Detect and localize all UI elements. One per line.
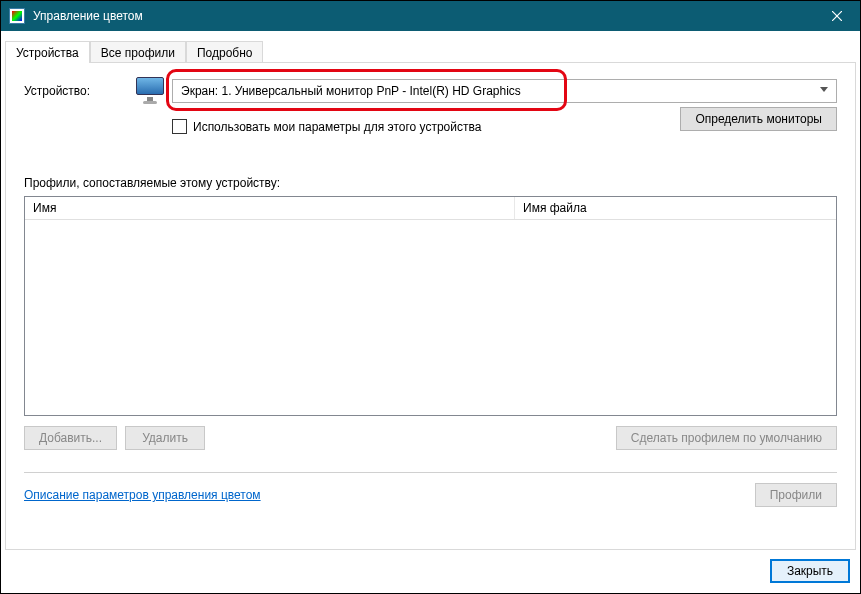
profiles-table-body <box>25 220 836 415</box>
window-title: Управление цветом <box>33 9 814 23</box>
divider <box>24 472 837 473</box>
use-my-settings-label: Использовать мои параметры для этого уст… <box>193 120 481 134</box>
column-filename[interactable]: Имя файла <box>515 197 836 219</box>
profiles-table[interactable]: Имя Имя файла <box>24 196 837 416</box>
tab-panel-devices: Устройство: Экран: 1. Универсальный мони… <box>5 62 856 550</box>
device-label: Устройство: <box>24 84 134 98</box>
device-dropdown[interactable]: Экран: 1. Универсальный монитор PnP - In… <box>172 79 837 103</box>
tab-advanced[interactable]: Подробно <box>186 41 264 63</box>
device-dropdown-wrap: Экран: 1. Универсальный монитор PnP - In… <box>172 79 837 103</box>
device-row: Устройство: Экран: 1. Универсальный мони… <box>24 77 837 105</box>
footer-row: Описание параметров управления цветом Пр… <box>24 483 837 507</box>
column-name[interactable]: Имя <box>25 197 515 219</box>
monitor-icon <box>134 77 166 105</box>
tab-all-profiles[interactable]: Все профили <box>90 41 186 63</box>
titlebar: Управление цветом <box>1 1 860 31</box>
profiles-table-header: Имя Имя файла <box>25 197 836 220</box>
device-dropdown-text: Экран: 1. Универсальный монитор PnP - In… <box>181 84 521 98</box>
set-default-profile-button[interactable]: Сделать профилем по умолчанию <box>616 426 837 450</box>
close-button[interactable] <box>814 1 860 31</box>
color-management-dialog: Управление цветом Устройства Все профили… <box>0 0 861 594</box>
profiles-section-label: Профили, сопоставляемые этому устройству… <box>24 176 837 190</box>
add-profile-button[interactable]: Добавить... <box>24 426 117 450</box>
tab-strip: Устройства Все профили Подробно <box>1 35 860 63</box>
tab-devices[interactable]: Устройства <box>5 41 90 63</box>
client-area: Устройства Все профили Подробно Устройст… <box>1 31 860 593</box>
help-link[interactable]: Описание параметров управления цветом <box>24 488 261 502</box>
close-dialog-button[interactable]: Закрыть <box>770 559 850 583</box>
profiles-button-row: Добавить... Удалить Сделать профилем по … <box>24 426 837 450</box>
dialog-button-row: Закрыть <box>1 551 860 593</box>
identify-row: Определить мониторы <box>680 107 837 131</box>
app-icon <box>9 8 25 24</box>
close-icon <box>832 11 842 21</box>
use-my-settings-checkbox[interactable] <box>172 119 187 134</box>
chevron-down-icon <box>820 87 830 97</box>
delete-profile-button[interactable]: Удалить <box>125 426 205 450</box>
identify-monitors-button[interactable]: Определить мониторы <box>680 107 837 131</box>
profiles-button[interactable]: Профили <box>755 483 837 507</box>
